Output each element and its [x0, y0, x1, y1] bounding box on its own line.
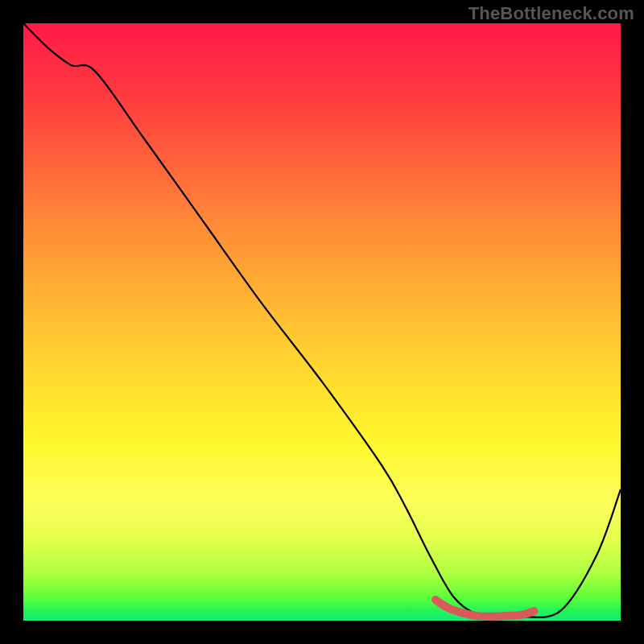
plot-area	[23, 23, 621, 621]
bottleneck-curve	[23, 23, 621, 617]
chart-frame: TheBottleneck.com	[0, 0, 644, 644]
optimal-region-highlight	[436, 600, 534, 617]
watermark-text: TheBottleneck.com	[469, 3, 634, 24]
curve-svg	[23, 23, 621, 621]
